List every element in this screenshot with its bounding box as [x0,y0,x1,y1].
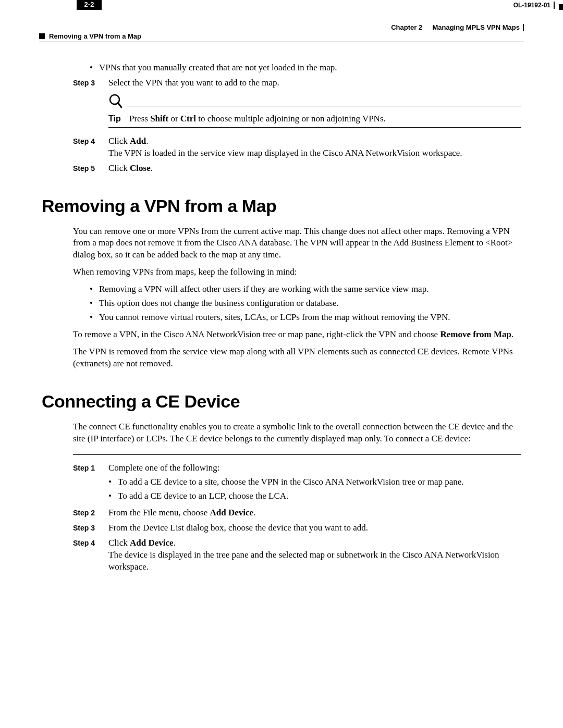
step-label: Step 4 [73,537,108,573]
tip-icon [108,93,122,109]
header-square-icon [39,33,45,39]
step-row: Step 1 Complete one of the following: To… [73,462,521,504]
list-item: Removing a VPN will affect other users i… [90,283,521,295]
header-line-1: Chapter 2 Managing MPLS VPN Maps [39,23,524,31]
step-row: Step 5 Click Close. [73,163,521,175]
footer-ol: OL-19192-01 [513,2,550,9]
step-text: Select the VPN that you want to add to t… [108,77,521,89]
tip-text: Tip Press Shift or Ctrl to choose multip… [108,113,521,125]
step-label: Step 2 [73,507,108,519]
tip-rule-top [127,106,521,106]
step-row: Step 3 Select the VPN that you want to a… [73,77,521,89]
step-label: Step 4 [73,135,108,159]
heading-connecting-ce: Connecting a CE Device [42,390,521,414]
bullet-text: VPNs that you manually created that are … [99,62,337,74]
paragraph: To remove a VPN, in the Cisco ANA Networ… [73,329,521,341]
bullet-icon [108,490,112,502]
bullet-icon [108,476,112,488]
chapter-title: Managing MPLS VPN Maps [432,23,520,31]
paragraph: When removing VPNs from maps, keep the f… [73,266,521,278]
step-row: Step 4 Click Add. The VPN is loaded in t… [73,135,521,159]
heading-removing-vpn: Removing a VPN from a Map [42,194,521,218]
chapter-label: Chapter 2 [391,23,422,31]
header-rule [39,42,524,42]
list-item: VPNs that you manually created that are … [90,62,521,74]
list-item: You cannot remove virtual routers, sites… [90,312,521,324]
step-row: Step 4 Click Add Device. The device is d… [73,537,521,573]
step-label: Step 3 [73,522,108,534]
paragraph: You can remove one or more VPNs from the… [73,226,521,262]
bullet-icon [90,298,93,310]
bullet-icon [90,283,93,295]
paragraph: The VPN is removed from the service view… [73,346,521,370]
step-row: Step 3 From the Device List dialog box, … [73,522,521,534]
step-label: Step 3 [73,77,108,89]
paragraph: The connect CE functionality enables you… [73,421,521,445]
step-extra: The VPN is loaded in the service view ma… [108,147,521,159]
footer-separator [554,2,555,9]
header-separator [523,24,524,31]
bullet-icon [90,312,93,324]
breadcrumb: Removing a VPN from a Map [49,32,141,40]
header-line-2: Removing a VPN from a Map [39,32,524,40]
content-body: VPNs that you manually created that are … [73,60,521,576]
list-item: This option does not change the business… [90,298,521,310]
page-number-badge: 2-2 [77,0,102,10]
step-label: Step 1 [73,462,108,504]
bullet-icon [90,62,93,74]
tip-block [108,93,521,109]
step-rule [73,454,521,455]
step-row: Step 2 From the File menu, choose Add De… [73,507,521,519]
footer-corner-icon [559,4,563,10]
step-label: Step 5 [73,163,108,175]
tip-rule-bottom [108,127,521,128]
tip-label: Tip [108,113,129,125]
page: Chapter 2 Managing MPLS VPN Maps Removin… [0,0,563,728]
svg-line-1 [118,103,121,107]
